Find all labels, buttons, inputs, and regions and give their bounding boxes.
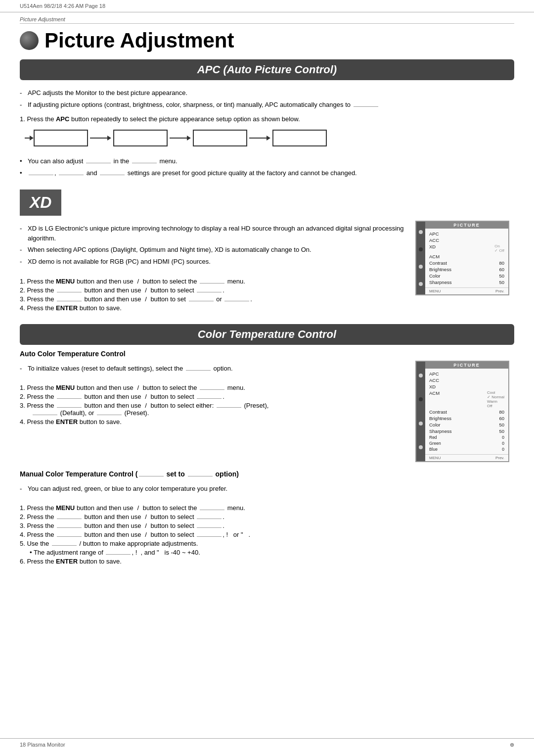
manual-ct-step-6: 6. Press the ENTER button to save. <box>20 558 514 565</box>
xd-left: XD is LG Electronic's unique picture imp… <box>20 221 405 313</box>
auto-ct-header: Auto Color Temperature Control <box>20 350 514 358</box>
apc-bullet-1: APC adjusts the Monitor to the best pict… <box>20 87 514 99</box>
breadcrumb: Picture Adjustment <box>0 12 534 23</box>
monitor2-footer-menu: MENU <box>429 456 441 460</box>
monitor2-body: APC ACC XD ACMCool✓ NormalWarmOff Contra… <box>425 369 508 454</box>
manual-ct-note: • The adjustment range of , ! , and " is… <box>30 549 514 556</box>
monitor1-header: PICTURE <box>425 222 508 229</box>
top-bar: U514Aen 98/2/18 4:26 AM Page 18 <box>0 0 534 12</box>
xd-bullet-2: When selecting APC options (Daylight, Op… <box>20 244 405 256</box>
apc-bullet-list: APC adjusts the Monitor to the best pict… <box>20 85 514 112</box>
auto-ct-bullet-list: To initialize values (reset to default s… <box>20 361 405 377</box>
apc-dot-list: You can also adjust in the menu. , and s… <box>20 153 514 181</box>
apc-dot-1: You can also adjust in the menu. <box>20 155 514 167</box>
manual-ct-section: Manual Color Temperature Control ( set t… <box>20 470 514 565</box>
manual-ct-bullet-1: You can adjust red, green, or blue to an… <box>20 483 514 495</box>
xd-bullet-1: XD is LG Electronic's unique picture imp… <box>20 223 405 244</box>
apc-header: APC (Auto Picture Control) <box>20 59 514 80</box>
xd-content: XD is LG Electronic's unique picture imp… <box>20 221 514 313</box>
flow-box-2 <box>113 130 168 146</box>
color-temp-header: Color Temperature Control <box>20 324 514 345</box>
xd-section: XD <box>20 189 514 216</box>
circle-icon <box>20 31 39 50</box>
footer-left: 18 Plasma Monitor <box>20 742 65 748</box>
monitor1-body: APC ACC XDOn✓ Off ACM Contrast80 Brightn… <box>425 229 508 287</box>
apc-step1: 1. Press the APC button repeatedly to se… <box>20 115 514 123</box>
apc-dot-2: , and settings are preset for good pictu… <box>20 167 514 179</box>
manual-ct-step-5: 5. Use the / button to make appropriate … <box>20 540 514 547</box>
flow-box-1 <box>34 130 88 146</box>
auto-ct-step-3: 3. Press the button and then use / butto… <box>20 402 405 417</box>
apc-bullet-2: If adjusting picture options (contrast, … <box>20 99 514 111</box>
manual-ct-step-1: 1. Press the MENU button and then use / … <box>20 504 514 512</box>
manual-ct-header: Manual Color Temperature Control ( set t… <box>20 470 514 478</box>
manual-ct-step-2: 2. Press the button and then use / butto… <box>20 513 514 520</box>
manual-ct-step-3: 3. Press the button and then use / butto… <box>20 522 514 529</box>
xd-bullet-list: XD is LG Electronic's unique picture imp… <box>20 221 405 269</box>
auto-ct-step-2: 2. Press the button and then use / butto… <box>20 393 405 400</box>
monitor2-screenshot: PICTURE APC ACC XD ACMCool✓ NormalWarmOf… <box>415 361 514 462</box>
auto-ct-left: To initialize values (reset to default s… <box>20 361 405 427</box>
xd-step-2: 2. Press the button and then use / butto… <box>20 286 405 294</box>
xd-step-4: 4. Press the ENTER button to save. <box>20 304 405 312</box>
monitor2-header: PICTURE <box>425 362 508 369</box>
flow-diagram <box>25 130 514 146</box>
top-bar-left: U514Aen 98/2/18 4:26 AM Page 18 <box>20 3 105 9</box>
footer-bar: 18 Plasma Monitor ⊕ <box>0 738 534 751</box>
flow-box-3 <box>193 130 247 146</box>
page: U514Aen 98/2/18 4:26 AM Page 18 Picture … <box>0 0 534 756</box>
auto-ct-content: To initialize values (reset to default s… <box>20 361 514 462</box>
monitor1-screenshot: PICTURE APC ACC XDOn✓ Off ACM Contrast80… <box>415 221 514 295</box>
auto-ct-step-1: 1. Press the MENU button and then use / … <box>20 384 405 391</box>
xd-logo: XD <box>20 189 61 216</box>
content: Picture Adjustment APC (Auto Picture Con… <box>0 24 534 586</box>
monitor2-footer-prev: Prev. <box>495 456 504 460</box>
xd-step-3: 3. Press the button and then use / butto… <box>20 295 405 303</box>
footer-right: ⊕ <box>510 742 514 748</box>
monitor1-footer-menu: MENU <box>429 289 441 293</box>
auto-ct-step-4: 4. Press the ENTER button to save. <box>20 418 405 425</box>
manual-ct-step-4: 4. Press the button and then use / butto… <box>20 531 514 538</box>
xd-step-1: 1. Press the MENU button and then use / … <box>20 278 405 285</box>
page-title: Picture Adjustment <box>20 29 514 52</box>
auto-ct-bullet-1: To initialize values (reset to default s… <box>20 363 405 375</box>
manual-ct-bullet-list: You can adjust red, green, or blue to an… <box>20 481 514 497</box>
xd-bullet-3: XD demo is not available for RGB (PC) an… <box>20 256 405 268</box>
monitor1-footer-prev: Prev. <box>495 289 504 293</box>
flow-box-4 <box>272 130 327 146</box>
